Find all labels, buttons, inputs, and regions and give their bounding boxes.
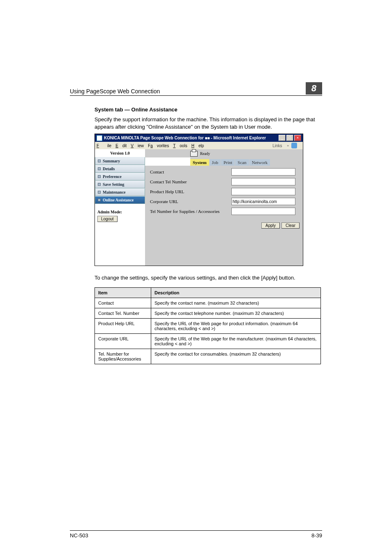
menu-view[interactable]: View [131,143,144,148]
sidebar-item-preference[interactable]: Preference [95,173,145,180]
menu-bar: File Edit View Favorites Tools Help Link… [95,142,303,149]
supplies-tel-input[interactable] [231,208,295,215]
menu-help[interactable]: Help [191,143,204,148]
apply-button[interactable]: Apply [261,222,280,229]
table-row: Contact Specify the contact name. (maxim… [95,298,321,308]
window-title: KONICA MINOLTA Page Scope Web Connection… [104,136,278,140]
tab-system[interactable]: System [190,159,209,166]
table-row: Product Help URL Specify the URL of the … [95,318,321,333]
version-label: Version 1.0 [95,149,145,157]
sidebar-item-maintenance[interactable]: Maintenance [95,188,145,196]
sub-heading: System tab — Online Assistance [95,106,322,113]
sidebar: Version 1.0 Summary Details Preference S… [95,149,145,266]
close-button[interactable]: × [294,135,301,141]
contact-label: Contact [150,169,231,174]
table-row: Tel. Number for Supplies/Accessories Spe… [95,349,321,364]
links-label[interactable]: Links [272,143,282,148]
section-title: Using PageScope Web Connection [70,88,160,95]
ie-logo-icon [291,143,297,148]
logout-button[interactable]: Logout [97,216,118,222]
contact-tel-label: Contact Tel Number [150,179,231,184]
product-help-label: Product Help URL [150,189,231,194]
chevron-right-icon[interactable]: » [287,144,289,148]
content-pane: Contact Contact Tel Number Product Help … [145,166,303,219]
admin-mode-label: Admin Mode: [97,210,122,214]
instruction-paragraph: To change the settings, specify the vari… [95,274,322,282]
menu-edit[interactable]: Edit [115,143,127,148]
minimize-button[interactable]: _ [279,135,286,141]
contact-tel-input[interactable] [231,178,295,185]
marker-icon [98,167,101,170]
sidebar-item-summary[interactable]: Summary [95,157,145,165]
menu-tools[interactable]: Tools [173,143,187,148]
description-table: Item Description Contact Specify the con… [95,287,321,364]
table-row: Contact Tel. Number Specify the contact … [95,308,321,318]
menu-favorites[interactable]: Favorites [148,143,169,148]
table-row: Corporate URL Specify the URL of the Web… [95,333,321,349]
menu-file[interactable]: File [97,143,111,148]
marker-icon [98,160,101,162]
maximize-button[interactable]: □ [286,135,293,141]
status-text: Ready [200,152,210,156]
corporate-url-label: Corporate URL [150,199,231,204]
contact-input[interactable] [231,168,295,176]
supplies-tel-label: Tel Number for Supplies / Accessories [150,209,231,214]
clear-button[interactable]: Clear [281,222,300,229]
tab-bar: SystemJobPrintScanNetwork [190,157,303,166]
tab-print[interactable]: Print [221,159,235,166]
chapter-number-badge: 8 [306,82,322,95]
tab-job[interactable]: Job [210,159,221,166]
printer-icon [190,151,198,157]
marker-icon [98,183,101,186]
ie-page-icon [97,135,102,141]
sidebar-item-details[interactable]: Details [95,165,145,173]
tab-scan[interactable]: Scan [235,159,249,166]
sidebar-item-save-setting[interactable]: Save Setting [95,180,145,188]
marker-icon [98,191,101,194]
footer-page-number: 8-39 [311,532,322,539]
sidebar-item-online-assistance[interactable]: Online Assistance [95,196,145,204]
intro-paragraph: Specify the support information for the … [95,116,322,130]
table-header-desc: Description [151,287,321,298]
marker-icon [98,175,101,178]
product-help-input[interactable] [231,188,295,195]
title-bar: KONICA MINOLTA Page Scope Web Connection… [95,134,303,142]
table-header-item: Item [95,287,151,298]
corporate-url-input[interactable] [231,198,295,205]
marker-icon [98,199,101,201]
tab-network[interactable]: Network [249,159,270,166]
footer-model: NC-503 [70,532,88,539]
browser-window: KONICA MINOLTA Page Scope Web Connection… [95,134,303,266]
